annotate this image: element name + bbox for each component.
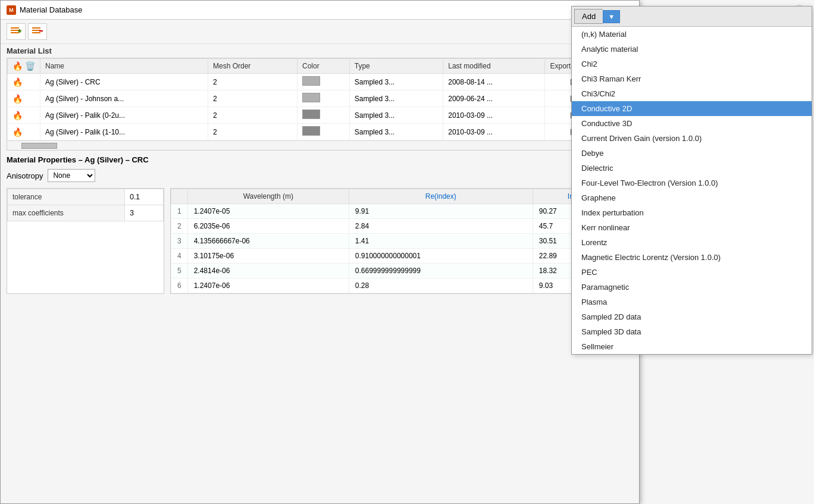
material-table: 🔥 🗑️ Name Mesh Order Color Type Last mod… xyxy=(7,58,633,140)
anisotropy-select[interactable]: None xyxy=(48,169,95,182)
table-header-row: 🔥 🗑️ Name Mesh Order Color Type Last mod… xyxy=(8,59,633,74)
dropdown-menu-item[interactable]: Plasma xyxy=(572,295,812,309)
color-swatch xyxy=(302,93,320,102)
dropdown-menu-item[interactable]: Magnetic Electric Lorentz (Version 1.0.0… xyxy=(572,250,812,265)
dropdown-menu-item[interactable]: (n,k) Material xyxy=(572,27,812,42)
left-props-table: tolerance 0.1 max coefficients 3 xyxy=(7,189,164,221)
row-name: Ag (Silver) - Palik (1-10... xyxy=(40,124,208,140)
dropdown-menu-item[interactable]: Conductive 3D xyxy=(572,116,812,131)
table-row[interactable]: 🔥 Ag (Silver) - Johnson a... 2 Sampled 3… xyxy=(8,90,633,107)
data-row-re: 0.28 xyxy=(349,278,533,293)
row-icon-cell: 🔥 xyxy=(8,90,40,107)
row-icon-cell: 🔥 xyxy=(8,74,40,90)
app-icon: M xyxy=(7,5,16,15)
flame-icon: 🔥 xyxy=(12,111,23,120)
row-last-modified: 2008-08-14 ... xyxy=(443,74,545,90)
add-arrow-button[interactable]: ▼ xyxy=(603,10,620,23)
color-swatch xyxy=(302,76,320,86)
prop-row: tolerance 0.1 xyxy=(8,189,164,205)
table-row[interactable]: 🔥 Ag (Silver) - CRC 2 Sampled 3... 2008-… xyxy=(8,74,633,90)
h-scrollbar-thumb[interactable] xyxy=(21,143,57,149)
material-list-container: 🔥 🗑️ Name Mesh Order Color Type Last mod… xyxy=(7,58,633,151)
data-col-wavelength: Wavelength (m) xyxy=(187,189,349,204)
horizontal-scrollbar[interactable] xyxy=(7,140,633,150)
toolbar-button-1[interactable] xyxy=(7,23,26,40)
data-row-wavelength: 2.4814e-06 xyxy=(187,264,349,278)
svg-rect-0 xyxy=(11,27,19,29)
dropdown-menu-item[interactable]: Debye xyxy=(572,146,812,161)
dropdown-menu-item[interactable]: Sampled 2D data xyxy=(572,309,812,324)
prop-value: 3 xyxy=(125,205,164,221)
data-row-re: 1.41 xyxy=(349,234,533,249)
data-row-wavelength: 3.10175e-06 xyxy=(187,249,349,264)
data-row-wavelength: 1.2407e-05 xyxy=(187,204,349,219)
data-row: 5 2.4814e-06 0.669999999999999 18.32 xyxy=(171,264,633,278)
svg-rect-1 xyxy=(11,30,19,31)
table-row[interactable]: 🔥 Ag (Silver) - Palik (0-2u... 2 Sampled… xyxy=(8,107,633,124)
color-swatch xyxy=(302,126,320,136)
properties-section: Material Properties – Ag (Silver) – CRC … xyxy=(1,151,639,296)
header-color: Color xyxy=(298,59,350,74)
data-row: 4 3.10175e-06 0.910000000000001 22.89 xyxy=(171,249,633,264)
add-split-button: Add ▼ xyxy=(574,9,809,24)
svg-rect-8 xyxy=(39,30,43,32)
prop-row: max coefficients 3 xyxy=(8,205,164,221)
svg-rect-6 xyxy=(32,30,40,31)
data-row-num: 1 xyxy=(171,204,188,219)
data-row-re: 0.910000000000001 xyxy=(349,249,533,264)
dropdown-menu-item[interactable]: Analytic material xyxy=(572,42,812,57)
row-mesh-order: 2 xyxy=(208,74,297,90)
data-row-wavelength: 6.2035e-06 xyxy=(187,219,349,234)
header-icon-col: 🔥 🗑️ xyxy=(8,59,40,74)
add-button-row: Add ▼ xyxy=(572,7,812,27)
material-database-window: M Material Database ✕ Material List xyxy=(0,0,640,504)
data-row-re: 9.91 xyxy=(349,204,533,219)
row-last-modified: 2010-03-09 ... xyxy=(443,124,545,140)
dropdown-menu-item[interactable]: Current Driven Gain (version 1.0.0) xyxy=(572,131,812,146)
toolbar xyxy=(1,20,639,44)
dropdown-menu-item[interactable]: Paramagnetic xyxy=(572,280,812,295)
row-type: Sampled 3... xyxy=(349,107,443,124)
dropdown-menu-item[interactable]: Chi2 xyxy=(572,57,812,71)
add-main-button[interactable]: Add xyxy=(574,9,603,24)
data-row-re: 2.84 xyxy=(349,219,533,234)
dropdown-menu-item[interactable]: Chi3 Raman Kerr xyxy=(572,71,812,86)
data-table-container: Wavelength (m) Re(index) Im(index) 1 1.2… xyxy=(170,188,633,294)
table-row[interactable]: 🔥 Ag (Silver) - Palik (1-10... 2 Sampled… xyxy=(8,124,633,140)
dropdown-menu-item[interactable]: Lorentz xyxy=(572,235,812,250)
dropdown-menu-item[interactable]: Graphene xyxy=(572,190,812,205)
data-row-num: 4 xyxy=(171,249,188,264)
list-add-icon xyxy=(11,27,21,36)
svg-rect-4 xyxy=(19,29,20,33)
svg-rect-2 xyxy=(11,32,19,33)
flame-icon: 🔥 xyxy=(12,127,23,137)
row-name: Ag (Silver) - Palik (0-2u... xyxy=(40,107,208,124)
row-mesh-order: 2 xyxy=(208,90,297,107)
data-row-wavelength: 4.135666667e-06 xyxy=(187,234,349,249)
dropdown-menu-item[interactable]: Sampled 3D data xyxy=(572,324,812,339)
row-mesh-order: 2 xyxy=(208,124,297,140)
row-color xyxy=(298,90,350,107)
row-color xyxy=(298,74,350,90)
row-icon-cell: 🔥 xyxy=(8,107,40,124)
svg-rect-5 xyxy=(32,27,40,29)
data-row: 6 1.2407e-06 0.28 9.03 xyxy=(171,278,633,293)
material-list-heading: Material List xyxy=(1,44,639,58)
row-color xyxy=(298,107,350,124)
header-last-modified: Last modified xyxy=(443,59,545,74)
prop-label: max coefficients xyxy=(8,205,125,221)
dropdown-menu-item[interactable]: PEC xyxy=(572,265,812,280)
dropdown-menu-item[interactable]: Kerr nonlinear xyxy=(572,220,812,235)
row-last-modified: 2009-06-24 ... xyxy=(443,90,545,107)
dropdown-menu-item[interactable]: Index perturbation xyxy=(572,205,812,220)
dropdown-menu-item[interactable]: Four-Level Two-Electron (Version 1.0.0) xyxy=(572,176,812,190)
dropdown-menu-item[interactable]: Dielectric xyxy=(572,161,812,176)
data-table: Wavelength (m) Re(index) Im(index) 1 1.2… xyxy=(171,189,633,293)
row-type: Sampled 3... xyxy=(349,124,443,140)
dropdown-menu-item[interactable]: Chi3/Chi2 xyxy=(572,86,812,101)
dropdown-menu-item[interactable]: Conductive 2D xyxy=(572,101,812,116)
flame-icon: 🔥 xyxy=(12,94,23,104)
dropdown-menu-item[interactable]: Sellmeier xyxy=(572,339,812,354)
data-col-re: Re(index) xyxy=(349,189,533,204)
toolbar-button-2[interactable] xyxy=(28,23,47,40)
